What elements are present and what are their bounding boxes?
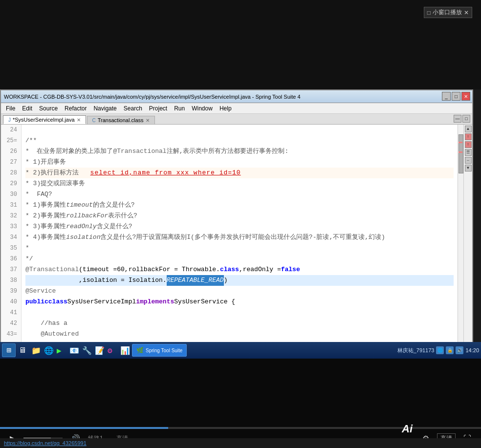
code-line-29: * 3)提交或回滚事务	[25, 178, 454, 189]
taskbar-icon-4[interactable]: ▶	[56, 345, 66, 356]
code-line-28: * 2)执行目标方法 select id,name from xxx where…	[25, 168, 454, 178]
menu-project[interactable]: Project	[146, 104, 170, 113]
line-num-29: 29	[5, 178, 17, 189]
code-annotation-26: @Transactional	[113, 146, 166, 157]
code-line-43: @Autowired	[25, 329, 454, 340]
start-icon: ⊞	[6, 345, 11, 355]
tab-minimize-btn[interactable]: —	[454, 115, 461, 123]
menu-edit[interactable]: Edit	[19, 104, 35, 113]
vertical-scrollbar[interactable]	[458, 125, 463, 347]
taskbar-icon-5[interactable]: 📧	[68, 345, 79, 356]
line-num-37: 37	[5, 264, 17, 275]
ide-title-buttons: _ □ ✕	[442, 92, 470, 101]
line-num-43: 43=	[5, 329, 17, 340]
taskbar-icon-1[interactable]: 🖥	[18, 345, 28, 356]
line-num-32: 32	[5, 211, 17, 221]
tab-close-2[interactable]: ✕	[146, 118, 150, 123]
code-kw-class: class	[48, 297, 67, 307]
code-line-32: * 2)事务属性rollbackFor表示什么?	[25, 211, 454, 221]
line-num-35: 35	[5, 243, 17, 254]
line-num-30: 30	[5, 189, 17, 200]
line-num-34: 34	[5, 232, 17, 243]
code-comment-36: */	[25, 254, 33, 264]
code-content[interactable]: /** * 在业务层对象的类上添加了@Transactional注解,表示类中所…	[22, 125, 458, 347]
menu-navigate[interactable]: Navigate	[90, 104, 119, 113]
class-file-icon: C	[92, 118, 96, 123]
menu-refactor[interactable]: Refactor	[62, 104, 89, 113]
ide-main: 24 25= 26 27 28 29 30 31 32 33 34 35 36 …	[1, 125, 472, 347]
line-num-31: 31	[5, 200, 17, 211]
code-kw-false-37: false	[281, 264, 300, 275]
code-line-27: * 1)开启事务	[25, 157, 454, 168]
code-sql-28: select id,name from xxx where id=10	[90, 168, 241, 178]
tray-icon-volume[interactable]: 🔊	[456, 346, 463, 354]
line-num-40: 40	[5, 297, 17, 307]
taskbar-icon-7[interactable]: 📝	[94, 345, 105, 356]
taskbar-icon-3[interactable]: 🌐	[43, 345, 54, 356]
code-comment-33: * 3)事务属性	[25, 221, 66, 232]
code-selected-repeatable-read: REPEATABLE_READ	[167, 275, 224, 286]
scrollbar-thumb[interactable]	[459, 134, 463, 173]
video-url-bar: https://blog.csdn.net/qq_43265991	[0, 438, 481, 448]
code-comment-31: * 1)事务属性	[25, 200, 66, 211]
menu-window[interactable]: Window	[189, 104, 216, 113]
code-annotation-43: @Autowired	[25, 329, 79, 340]
code-annotation-37: @Transactional	[25, 264, 79, 275]
line-num-39: 39	[5, 286, 17, 297]
tray-icon-security[interactable]: 🔒	[446, 346, 454, 354]
start-button[interactable]: ⊞	[2, 343, 16, 357]
tab-sys-user-service-impl[interactable]: J *SysUserServiceImpl.java ✕	[3, 115, 86, 124]
line-num-24: 24	[5, 125, 17, 135]
tray-icon-network[interactable]: 🌐	[436, 346, 444, 354]
code-comment-33b: 含义是什么?	[97, 221, 132, 232]
code-kw-class-37: class	[220, 264, 239, 275]
tab-label-1: *SysUserServiceImpl.java	[13, 117, 75, 123]
code-classname: SysUserServiceImpl	[67, 297, 136, 307]
tab-transactional-class[interactable]: C Transactional.class ✕	[87, 116, 155, 124]
code-inline-comment-42: //has a	[25, 318, 67, 329]
tab-close-1[interactable]: ✕	[77, 117, 81, 123]
code-line-31: * 1)事务属性timeout的含义是什么?	[25, 200, 454, 211]
close-button[interactable]: ✕	[461, 92, 470, 101]
tab-maximize-btn[interactable]: □	[462, 115, 470, 123]
taskbar-icon-9[interactable]: 📊	[119, 345, 130, 356]
video-progress-fill	[0, 427, 168, 429]
code-comment-35: *	[25, 243, 29, 254]
editor-area[interactable]: 24 25= 26 27 28 29 30 31 32 33 34 35 36 …	[1, 125, 472, 347]
code-comment-31b: 的含义是什么?	[93, 200, 135, 211]
tab-controls: — □	[454, 115, 470, 123]
scroll-indicator-1	[459, 142, 462, 143]
taskbar-icon-8[interactable]: ⚙	[107, 345, 117, 356]
mini-player-button[interactable]: □ 小窗口播放 ✕	[424, 7, 472, 18]
maximize-button[interactable]: □	[452, 92, 460, 101]
code-line-42: //has a	[25, 318, 454, 329]
menu-run[interactable]: Run	[171, 104, 188, 113]
sidebar-icon-6[interactable]: ▼	[465, 165, 472, 171]
user-label: 林庆祐_791173	[397, 347, 435, 354]
menu-source[interactable]: Source	[36, 104, 61, 113]
taskbar-icon-6[interactable]: 🔧	[81, 345, 92, 356]
line-num-26: 26	[5, 146, 17, 157]
code-line-30: * FAQ?	[25, 189, 454, 200]
code-kw-implements: implements	[136, 297, 174, 307]
code-comment-32b: 表示什么?	[108, 211, 137, 221]
code-isolation-34: isolation	[66, 232, 100, 243]
ide-tabs: J *SysUserServiceImpl.java ✕ C Transacti…	[1, 114, 472, 125]
tab-label-2: Transactional.class	[98, 117, 144, 123]
minimize-button[interactable]: _	[442, 92, 451, 101]
menu-search[interactable]: Search	[121, 104, 145, 113]
taskbar-active-app[interactable]: 🌿 Spring Tool Suite	[132, 344, 187, 357]
mini-player-close[interactable]: ✕	[464, 9, 469, 16]
code-line-26: * 在业务层对象的类上添加了@Transactional注解,表示类中所有方法都…	[25, 146, 454, 157]
menu-file[interactable]: File	[3, 104, 18, 113]
ide-title-text: WORKSPACE - CGB-DB-SYS-V3.01/src/main/ja…	[4, 94, 469, 100]
code-comment-27: * 1)开启事务	[25, 157, 66, 168]
video-url-text: https://blog.csdn.net/qq_43265991	[4, 440, 87, 446]
top-black-area: □ 小窗口播放 ✕	[0, 0, 481, 89]
menu-help[interactable]: Help	[217, 104, 235, 113]
code-spaces-38: ,isolation = Isolation.	[25, 275, 167, 286]
mini-player-label: 小窗口播放	[433, 8, 462, 17]
taskbar-icon-2[interactable]: 📁	[30, 345, 41, 356]
code-line-37: @Transactional(timeout =60,rollbackFor =…	[25, 264, 454, 275]
java-file-icon: J	[8, 117, 11, 123]
